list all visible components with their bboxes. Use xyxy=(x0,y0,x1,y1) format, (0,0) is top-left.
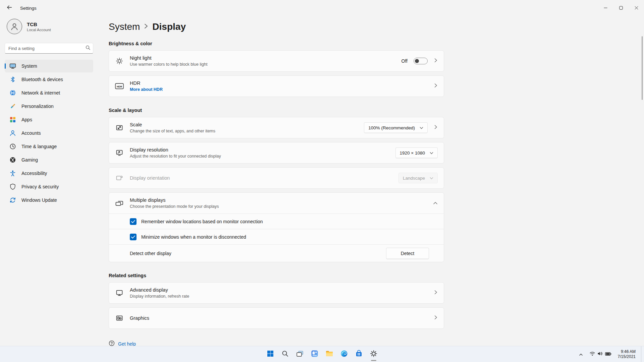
multiple-displays-card: Multiple displays Choose the presentatio… xyxy=(109,192,444,262)
more-about-hdr-link[interactable]: More about HDR xyxy=(130,87,163,92)
detect-button[interactable]: Detect xyxy=(386,248,429,259)
graphics-icon xyxy=(115,314,124,322)
night-light-card[interactable]: Night light Use warmer colors to help bl… xyxy=(109,50,444,72)
quick-settings-button[interactable] xyxy=(587,348,614,361)
sidebar-item-label: Time & language xyxy=(21,144,57,149)
sidebar-item-label: Apps xyxy=(21,117,32,122)
graphics-card[interactable]: Graphics xyxy=(109,307,444,329)
user-account-type: Local Account xyxy=(27,28,51,32)
back-button[interactable] xyxy=(2,2,17,14)
detect-other-display-row: Detect other display Detect xyxy=(109,244,444,262)
file-explorer-icon xyxy=(325,350,333,358)
start-button[interactable] xyxy=(264,348,277,361)
hdr-card[interactable]: HDR HDR More about HDR xyxy=(109,75,444,97)
night-light-toggle-state: Off xyxy=(401,58,408,64)
night-light-title: Night light xyxy=(130,55,207,61)
sidebar-item-label: Bluetooth & devices xyxy=(21,77,63,82)
remember-window-locations-row: Remember window locations based on monit… xyxy=(109,214,444,229)
bluetooth-icon xyxy=(9,76,16,83)
store-button[interactable] xyxy=(352,348,366,361)
sidebar-item-windows-update[interactable]: Windows Update xyxy=(5,194,93,206)
sidebar-item-accounts[interactable]: Accounts xyxy=(5,127,93,139)
chevron-right-icon xyxy=(434,315,438,321)
advanced-display-card[interactable]: Advanced display Display information, re… xyxy=(109,282,444,304)
sidebar-item-accessibility[interactable]: Accessibility xyxy=(5,167,93,180)
task-view-button[interactable] xyxy=(293,348,307,361)
taskbar: 9:46 AM 7/15/2021 xyxy=(0,346,644,362)
widgets-icon xyxy=(311,350,318,359)
get-help-link[interactable]: Get help xyxy=(118,341,136,346)
tray-date: 7/15/2021 xyxy=(618,354,636,359)
minimize-windows-checkbox[interactable] xyxy=(130,234,137,240)
scale-icon xyxy=(115,124,124,131)
display-resolution-title: Display resolution xyxy=(130,147,221,153)
display-settings-page: System Display Brightness & color Night … xyxy=(98,16,644,346)
scale-value: 100% (Recommended) xyxy=(368,125,415,130)
sidebar-item-apps[interactable]: Apps xyxy=(5,113,93,126)
sidebar-item-label: Network & internet xyxy=(21,90,60,96)
settings-gear-icon xyxy=(370,350,377,359)
night-light-icon xyxy=(115,57,124,65)
volume-icon xyxy=(597,351,603,357)
breadcrumb: System Display xyxy=(109,21,644,33)
edge-button[interactable] xyxy=(337,348,351,361)
detect-other-display-label: Detect other display xyxy=(130,251,171,256)
display-resolution-description: Adjust the resolution to fit your connec… xyxy=(130,154,221,159)
file-explorer-button[interactable] xyxy=(323,348,336,361)
time-language-icon xyxy=(9,143,16,150)
user-account[interactable]: TCB Local Account xyxy=(5,17,93,36)
breadcrumb-system-link[interactable]: System xyxy=(109,21,140,32)
display-orientation-title: Display orientation xyxy=(130,175,170,181)
scale-card[interactable]: Scale Change the size of text, apps, and… xyxy=(109,117,444,138)
taskbar-search-button[interactable] xyxy=(278,348,292,361)
arrow-left-icon xyxy=(7,5,12,11)
chevron-right-icon xyxy=(434,125,438,131)
minimize-windows-row: Minimize windows when a monitor is disco… xyxy=(109,229,444,244)
minimize-icon xyxy=(604,5,607,11)
search-icon xyxy=(282,350,288,358)
get-help: Get help xyxy=(109,340,444,346)
sidebar-item-system[interactable]: System xyxy=(5,60,93,72)
taskbar-clock[interactable]: 9:46 AM 7/15/2021 xyxy=(616,349,638,359)
minimize-windows-label: Minimize windows when a monitor is disco… xyxy=(141,234,246,240)
night-light-toggle[interactable] xyxy=(414,58,428,64)
sidebar-item-gaming[interactable]: Gaming xyxy=(5,154,93,166)
sidebar-item-label: Gaming xyxy=(21,157,38,163)
widgets-button[interactable] xyxy=(308,348,321,361)
chevron-right-icon xyxy=(434,83,438,89)
titlebar: Settings xyxy=(0,0,644,16)
multiple-displays-header[interactable]: Multiple displays Choose the presentatio… xyxy=(109,193,444,214)
close-button[interactable] xyxy=(629,0,644,16)
scale-dropdown[interactable]: 100% (Recommended) xyxy=(364,122,428,133)
vertical-scrollbar[interactable] xyxy=(642,36,643,100)
settings-app-button[interactable] xyxy=(367,348,380,361)
show-desktop-button[interactable] xyxy=(641,346,643,362)
display-resolution-icon xyxy=(115,149,124,157)
chevron-right-icon xyxy=(434,58,438,64)
sidebar-item-personalization[interactable]: Personalization xyxy=(5,100,93,113)
display-resolution-dropdown[interactable]: 644 × 362 xyxy=(395,147,438,158)
advanced-display-description: Display information, refresh rate xyxy=(130,294,189,299)
page-title: Display xyxy=(152,21,186,32)
advanced-display-title: Advanced display xyxy=(130,287,189,293)
chevron-down-icon xyxy=(430,176,433,181)
remember-window-locations-checkbox[interactable] xyxy=(130,218,137,225)
sidebar-item-bluetooth-devices[interactable]: Bluetooth & devices xyxy=(5,73,93,86)
sidebar-item-network-internet[interactable]: Network & internet xyxy=(5,86,93,99)
hdr-icon: HDR xyxy=(115,83,124,89)
sidebar-item-label: Accessibility xyxy=(21,171,47,176)
sidebar-item-time-language[interactable]: Time & language xyxy=(5,140,93,153)
multiple-displays-description: Choose the presentation mode for your di… xyxy=(130,204,219,209)
sidebar-item-privacy-security[interactable]: Privacy & security xyxy=(5,180,93,193)
wifi-icon xyxy=(590,351,595,357)
svg-text:HDR: HDR xyxy=(117,85,122,88)
chevron-up-icon xyxy=(579,351,583,357)
maximize-button[interactable] xyxy=(613,0,629,16)
search-box xyxy=(5,43,93,54)
minimize-button[interactable] xyxy=(598,0,613,16)
sidebar-item-label: Personalization xyxy=(21,104,54,109)
apps-icon xyxy=(9,116,16,123)
hidden-icons-button[interactable] xyxy=(577,348,585,361)
window-title: Settings xyxy=(20,6,37,11)
search-input[interactable] xyxy=(8,46,86,51)
